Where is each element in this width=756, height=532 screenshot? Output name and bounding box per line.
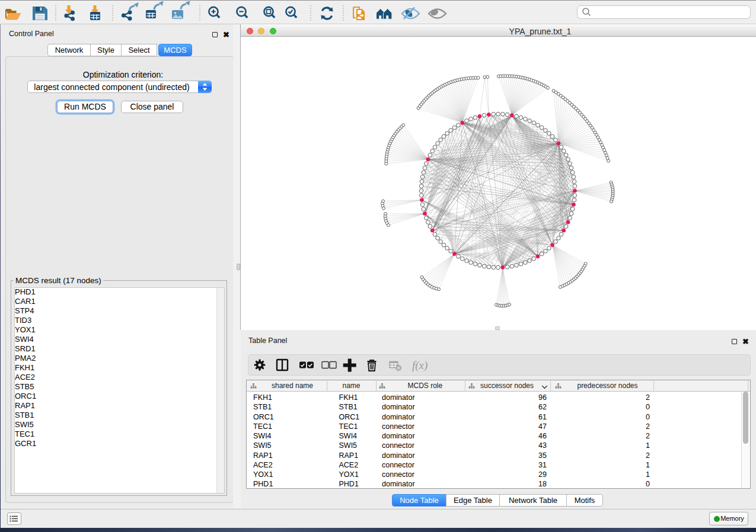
svg-text:f(x): f(x) (412, 359, 428, 372)
